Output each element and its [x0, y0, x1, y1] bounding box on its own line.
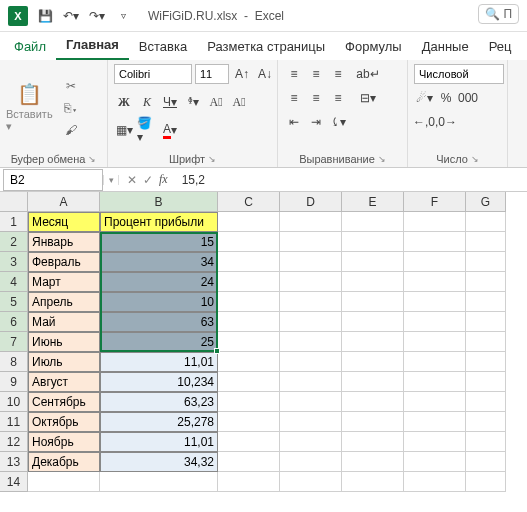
clipboard-launcher-icon[interactable]: ↘ — [88, 154, 96, 164]
cell-F4[interactable] — [404, 272, 466, 292]
cell-F11[interactable] — [404, 412, 466, 432]
cell-B3[interactable]: 34 — [100, 252, 218, 272]
cell-A13[interactable]: Декабрь — [28, 452, 100, 472]
row-header-1[interactable]: 1 — [0, 212, 28, 232]
row-header-5[interactable]: 5 — [0, 292, 28, 312]
align-right-icon[interactable]: ≡ — [328, 88, 348, 108]
cell-B13[interactable]: 34,32 — [100, 452, 218, 472]
cell-C7[interactable] — [218, 332, 280, 352]
cell-B6[interactable]: 63 — [100, 312, 218, 332]
number-format-select[interactable] — [414, 64, 504, 84]
font-name-input[interactable] — [114, 64, 192, 84]
cell-G12[interactable] — [466, 432, 506, 452]
cell-F12[interactable] — [404, 432, 466, 452]
row-header-7[interactable]: 7 — [0, 332, 28, 352]
decrease-font-icon[interactable]: A↓ — [255, 64, 275, 84]
cell-B5[interactable]: 10 — [100, 292, 218, 312]
cell-A7[interactable]: Июнь — [28, 332, 100, 352]
cell-C10[interactable] — [218, 392, 280, 412]
cell-E5[interactable] — [342, 292, 404, 312]
row-header-13[interactable]: 13 — [0, 452, 28, 472]
cell-A4[interactable]: Март — [28, 272, 100, 292]
col-header-B[interactable]: B — [100, 192, 218, 212]
cell-D10[interactable] — [280, 392, 342, 412]
cell-F3[interactable] — [404, 252, 466, 272]
cell-D14[interactable] — [280, 472, 342, 492]
col-header-D[interactable]: D — [280, 192, 342, 212]
cell-D13[interactable] — [280, 452, 342, 472]
currency-icon[interactable]: ☄▾ — [414, 88, 434, 108]
align-bottom-icon[interactable]: ≡ — [328, 64, 348, 84]
cell-C12[interactable] — [218, 432, 280, 452]
align-middle-icon[interactable]: ≡ — [306, 64, 326, 84]
italic-button[interactable]: К — [137, 92, 157, 112]
col-header-G[interactable]: G — [466, 192, 506, 212]
cell-F7[interactable] — [404, 332, 466, 352]
redo-icon[interactable]: ↷▾ — [86, 5, 108, 27]
cell-F14[interactable] — [404, 472, 466, 492]
row-header-14[interactable]: 14 — [0, 472, 28, 492]
cell-C8[interactable] — [218, 352, 280, 372]
underline-button[interactable]: Ч▾ — [160, 92, 180, 112]
cell-C11[interactable] — [218, 412, 280, 432]
cell-F2[interactable] — [404, 232, 466, 252]
cell-D6[interactable] — [280, 312, 342, 332]
namebox-dropdown-icon[interactable]: ▾ — [103, 175, 119, 185]
cell-D4[interactable] — [280, 272, 342, 292]
cell-D8[interactable] — [280, 352, 342, 372]
align-top-icon[interactable]: ≡ — [284, 64, 304, 84]
cell-B11[interactable]: 25,278 — [100, 412, 218, 432]
paste-icon[interactable]: 📋 — [17, 82, 42, 106]
format-painter-icon[interactable]: 🖌 — [61, 121, 81, 139]
cell-D5[interactable] — [280, 292, 342, 312]
select-all-corner[interactable] — [0, 192, 28, 212]
cell-E7[interactable] — [342, 332, 404, 352]
cell-G6[interactable] — [466, 312, 506, 332]
menu-pagelayout[interactable]: Разметка страницы — [197, 34, 335, 60]
cell-G14[interactable] — [466, 472, 506, 492]
spreadsheet-grid[interactable]: ABCDEFG 1234567891011121314 МесяцПроцент… — [0, 192, 527, 492]
cell-E6[interactable] — [342, 312, 404, 332]
row-header-3[interactable]: 3 — [0, 252, 28, 272]
row-header-11[interactable]: 11 — [0, 412, 28, 432]
row-header-4[interactable]: 4 — [0, 272, 28, 292]
cancel-formula-icon[interactable]: ✕ — [127, 173, 137, 187]
number-launcher-icon[interactable]: ↘ — [471, 154, 479, 164]
cell-G1[interactable] — [466, 212, 506, 232]
enter-formula-icon[interactable]: ✓ — [143, 173, 153, 187]
cell-F13[interactable] — [404, 452, 466, 472]
cell-E2[interactable] — [342, 232, 404, 252]
cell-A3[interactable]: Февраль — [28, 252, 100, 272]
cell-C2[interactable] — [218, 232, 280, 252]
cell-G7[interactable] — [466, 332, 506, 352]
font-color-icon[interactable]: A▾ — [160, 120, 180, 140]
cell-E3[interactable] — [342, 252, 404, 272]
cell-C6[interactable] — [218, 312, 280, 332]
row-header-9[interactable]: 9 — [0, 372, 28, 392]
cell-E13[interactable] — [342, 452, 404, 472]
cell-D12[interactable] — [280, 432, 342, 452]
alignment-launcher-icon[interactable]: ↘ — [378, 154, 386, 164]
cell-A8[interactable]: Июль — [28, 352, 100, 372]
cell-B9[interactable]: 10,234 — [100, 372, 218, 392]
align-left-icon[interactable]: ≡ — [284, 88, 304, 108]
row-header-6[interactable]: 6 — [0, 312, 28, 332]
cell-F6[interactable] — [404, 312, 466, 332]
col-header-A[interactable]: A — [28, 192, 100, 212]
copy-icon[interactable]: ⎘▾ — [61, 99, 81, 117]
shrink-font-a-icon[interactable]: Aͮ — [229, 92, 249, 112]
save-icon[interactable]: 💾 — [34, 5, 56, 27]
row-header-2[interactable]: 2 — [0, 232, 28, 252]
cell-G5[interactable] — [466, 292, 506, 312]
cell-B1[interactable]: Процент прибыли — [100, 212, 218, 232]
cell-D1[interactable] — [280, 212, 342, 232]
cell-B8[interactable]: 11,01 — [100, 352, 218, 372]
cell-E1[interactable] — [342, 212, 404, 232]
cell-D9[interactable] — [280, 372, 342, 392]
cell-B14[interactable] — [100, 472, 218, 492]
cell-E14[interactable] — [342, 472, 404, 492]
cell-F9[interactable] — [404, 372, 466, 392]
cell-D2[interactable] — [280, 232, 342, 252]
cell-G4[interactable] — [466, 272, 506, 292]
fill-color-icon[interactable]: 🪣▾ — [137, 120, 157, 140]
